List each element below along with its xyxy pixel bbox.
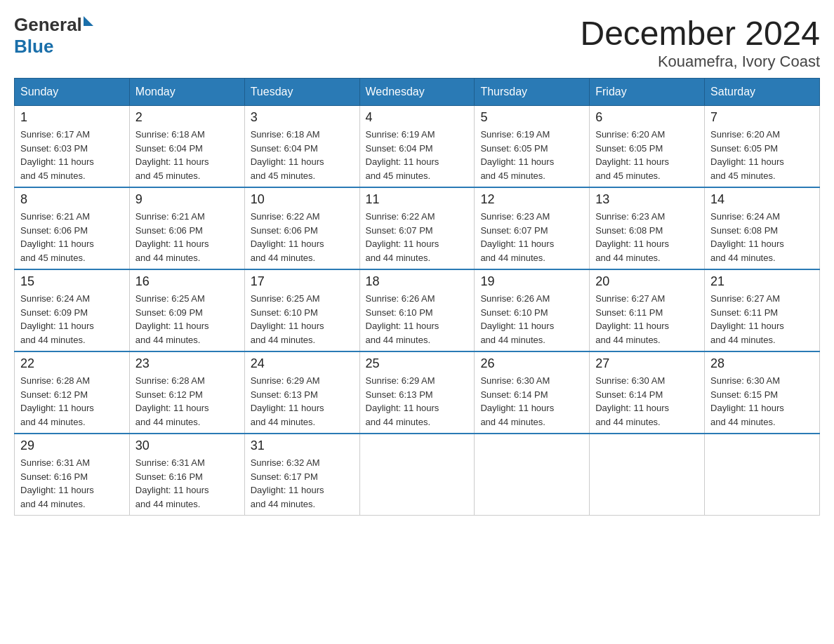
- table-row: 31Sunrise: 6:32 AMSunset: 6:17 PMDayligh…: [244, 434, 359, 516]
- table-row: 21Sunrise: 6:27 AMSunset: 6:11 PMDayligh…: [705, 269, 820, 351]
- day-number: 10: [251, 192, 354, 207]
- day-info: Sunrise: 6:28 AMSunset: 6:12 PMDaylight:…: [135, 374, 239, 429]
- day-number: 5: [480, 110, 583, 125]
- logo-triangle-icon: [84, 16, 93, 26]
- day-info: Sunrise: 6:25 AMSunset: 6:10 PMDaylight:…: [251, 292, 354, 347]
- day-number: 29: [20, 438, 124, 453]
- table-row: 3Sunrise: 6:18 AMSunset: 6:04 PMDaylight…: [244, 106, 359, 188]
- day-info: Sunrise: 6:19 AMSunset: 6:05 PMDaylight:…: [480, 128, 583, 182]
- table-row: 6Sunrise: 6:20 AMSunset: 6:05 PMDaylight…: [590, 106, 705, 188]
- col-friday: Friday: [590, 79, 705, 106]
- table-row: 20Sunrise: 6:27 AMSunset: 6:11 PMDayligh…: [590, 269, 705, 351]
- table-row: [705, 434, 820, 516]
- day-number: 12: [480, 192, 583, 207]
- logo: General Blue: [14, 14, 93, 58]
- calendar-body: 1Sunrise: 6:17 AMSunset: 6:03 PMDaylight…: [15, 106, 820, 516]
- day-info: Sunrise: 6:29 AMSunset: 6:13 PMDaylight:…: [366, 374, 469, 429]
- day-info: Sunrise: 6:30 AMSunset: 6:14 PMDaylight:…: [595, 374, 699, 429]
- table-row: 14Sunrise: 6:24 AMSunset: 6:08 PMDayligh…: [705, 187, 820, 269]
- day-number: 11: [366, 192, 469, 207]
- table-row: 16Sunrise: 6:25 AMSunset: 6:09 PMDayligh…: [129, 269, 244, 351]
- table-row: [475, 434, 590, 516]
- day-number: 9: [135, 192, 239, 207]
- table-row: 7Sunrise: 6:20 AMSunset: 6:05 PMDaylight…: [705, 106, 820, 188]
- day-number: 23: [135, 356, 239, 371]
- col-sunday: Sunday: [15, 79, 130, 106]
- day-info: Sunrise: 6:26 AMSunset: 6:10 PMDaylight:…: [480, 292, 583, 347]
- week-row-3: 15Sunrise: 6:24 AMSunset: 6:09 PMDayligh…: [15, 269, 820, 351]
- day-number: 30: [135, 438, 239, 453]
- table-row: 9Sunrise: 6:21 AMSunset: 6:06 PMDaylight…: [129, 187, 244, 269]
- day-number: 13: [595, 192, 699, 207]
- week-row-4: 22Sunrise: 6:28 AMSunset: 6:12 PMDayligh…: [15, 351, 820, 434]
- day-number: 8: [20, 192, 124, 207]
- col-monday: Monday: [129, 79, 244, 106]
- day-info: Sunrise: 6:20 AMSunset: 6:05 PMDaylight:…: [595, 128, 699, 182]
- day-number: 2: [135, 110, 239, 125]
- table-row: 29Sunrise: 6:31 AMSunset: 6:16 PMDayligh…: [15, 434, 130, 516]
- table-row: 15Sunrise: 6:24 AMSunset: 6:09 PMDayligh…: [15, 269, 130, 351]
- table-row: 24Sunrise: 6:29 AMSunset: 6:13 PMDayligh…: [244, 351, 359, 434]
- day-info: Sunrise: 6:19 AMSunset: 6:04 PMDaylight:…: [366, 128, 469, 182]
- day-number: 3: [251, 110, 354, 125]
- table-row: [590, 434, 705, 516]
- day-info: Sunrise: 6:30 AMSunset: 6:15 PMDaylight:…: [710, 374, 814, 429]
- day-info: Sunrise: 6:22 AMSunset: 6:06 PMDaylight:…: [251, 210, 354, 264]
- week-row-2: 8Sunrise: 6:21 AMSunset: 6:06 PMDaylight…: [15, 187, 820, 269]
- table-row: [359, 434, 475, 516]
- day-info: Sunrise: 6:21 AMSunset: 6:06 PMDaylight:…: [135, 210, 239, 264]
- logo-blue: Blue: [14, 36, 53, 58]
- calendar-title: December 2024: [580, 14, 820, 53]
- page-header: General Blue December 2024 Kouamefra, Iv…: [14, 14, 820, 71]
- col-tuesday: Tuesday: [244, 79, 359, 106]
- table-row: 26Sunrise: 6:30 AMSunset: 6:14 PMDayligh…: [475, 351, 590, 434]
- day-number: 17: [251, 274, 354, 289]
- day-number: 26: [480, 356, 583, 371]
- day-number: 19: [480, 274, 583, 289]
- day-info: Sunrise: 6:29 AMSunset: 6:13 PMDaylight:…: [251, 374, 354, 429]
- table-row: 17Sunrise: 6:25 AMSunset: 6:10 PMDayligh…: [244, 269, 359, 351]
- calendar-subtitle: Kouamefra, Ivory Coast: [580, 53, 820, 71]
- header-row: Sunday Monday Tuesday Wednesday Thursday…: [15, 79, 820, 106]
- day-number: 20: [595, 274, 699, 289]
- day-number: 25: [366, 356, 469, 371]
- table-row: 10Sunrise: 6:22 AMSunset: 6:06 PMDayligh…: [244, 187, 359, 269]
- day-info: Sunrise: 6:28 AMSunset: 6:12 PMDaylight:…: [20, 374, 124, 429]
- day-number: 24: [251, 356, 354, 371]
- table-row: 1Sunrise: 6:17 AMSunset: 6:03 PMDaylight…: [15, 106, 130, 188]
- col-thursday: Thursday: [475, 79, 590, 106]
- day-info: Sunrise: 6:27 AMSunset: 6:11 PMDaylight:…: [710, 292, 814, 347]
- logo-general: General: [14, 14, 82, 36]
- table-row: 22Sunrise: 6:28 AMSunset: 6:12 PMDayligh…: [15, 351, 130, 434]
- table-row: 23Sunrise: 6:28 AMSunset: 6:12 PMDayligh…: [129, 351, 244, 434]
- table-row: 4Sunrise: 6:19 AMSunset: 6:04 PMDaylight…: [359, 106, 475, 188]
- week-row-1: 1Sunrise: 6:17 AMSunset: 6:03 PMDaylight…: [15, 106, 820, 188]
- day-info: Sunrise: 6:20 AMSunset: 6:05 PMDaylight:…: [710, 128, 814, 182]
- day-number: 22: [20, 356, 124, 371]
- day-info: Sunrise: 6:31 AMSunset: 6:16 PMDaylight:…: [20, 456, 124, 511]
- day-info: Sunrise: 6:18 AMSunset: 6:04 PMDaylight:…: [135, 128, 239, 182]
- day-info: Sunrise: 6:23 AMSunset: 6:07 PMDaylight:…: [480, 210, 583, 264]
- day-number: 31: [251, 438, 354, 453]
- day-info: Sunrise: 6:18 AMSunset: 6:04 PMDaylight:…: [251, 128, 354, 182]
- day-number: 4: [366, 110, 469, 125]
- day-number: 14: [710, 192, 814, 207]
- col-wednesday: Wednesday: [359, 79, 475, 106]
- table-row: 30Sunrise: 6:31 AMSunset: 6:16 PMDayligh…: [129, 434, 244, 516]
- day-info: Sunrise: 6:24 AMSunset: 6:09 PMDaylight:…: [20, 292, 124, 347]
- day-number: 27: [595, 356, 699, 371]
- table-row: 2Sunrise: 6:18 AMSunset: 6:04 PMDaylight…: [129, 106, 244, 188]
- day-info: Sunrise: 6:21 AMSunset: 6:06 PMDaylight:…: [20, 210, 124, 264]
- calendar-table: Sunday Monday Tuesday Wednesday Thursday…: [14, 78, 820, 516]
- day-info: Sunrise: 6:17 AMSunset: 6:03 PMDaylight:…: [20, 128, 124, 182]
- table-row: 19Sunrise: 6:26 AMSunset: 6:10 PMDayligh…: [475, 269, 590, 351]
- table-row: 5Sunrise: 6:19 AMSunset: 6:05 PMDaylight…: [475, 106, 590, 188]
- title-section: December 2024 Kouamefra, Ivory Coast: [580, 14, 820, 71]
- table-row: 25Sunrise: 6:29 AMSunset: 6:13 PMDayligh…: [359, 351, 475, 434]
- day-info: Sunrise: 6:32 AMSunset: 6:17 PMDaylight:…: [251, 456, 354, 511]
- table-row: 13Sunrise: 6:23 AMSunset: 6:08 PMDayligh…: [590, 187, 705, 269]
- day-info: Sunrise: 6:23 AMSunset: 6:08 PMDaylight:…: [595, 210, 699, 264]
- table-row: 28Sunrise: 6:30 AMSunset: 6:15 PMDayligh…: [705, 351, 820, 434]
- table-row: 27Sunrise: 6:30 AMSunset: 6:14 PMDayligh…: [590, 351, 705, 434]
- week-row-5: 29Sunrise: 6:31 AMSunset: 6:16 PMDayligh…: [15, 434, 820, 516]
